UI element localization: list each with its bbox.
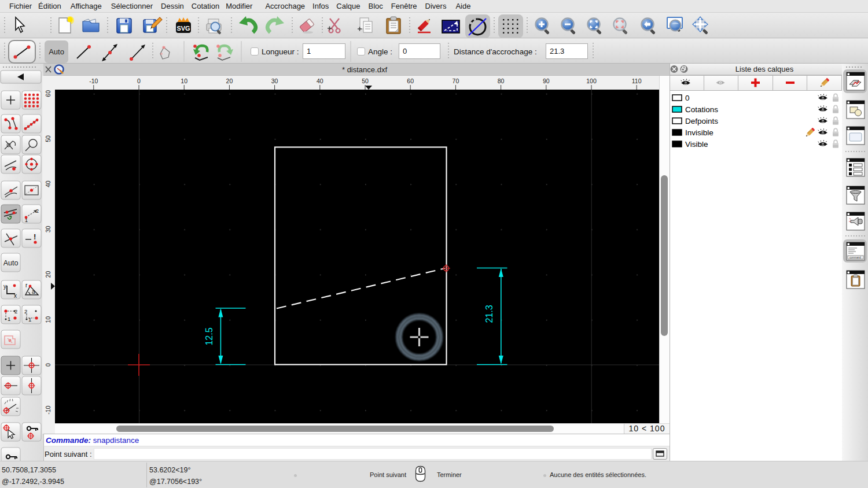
svg-text:12.5: 12.5 xyxy=(204,327,214,345)
svg-text:Defpoints: Defpoints xyxy=(685,117,718,125)
svg-text:Cotations: Cotations xyxy=(685,105,718,114)
svg-text:60: 60 xyxy=(45,90,52,97)
svg-text:30: 30 xyxy=(271,77,278,84)
svg-text:y: y xyxy=(3,283,6,290)
svg-text:0: 0 xyxy=(685,94,690,102)
svg-text:0: 0 xyxy=(137,77,141,84)
svg-text:10: 10 xyxy=(181,77,187,84)
svg-text:!: ! xyxy=(34,232,36,241)
svg-text:40: 40 xyxy=(45,180,52,187)
svg-text:21.3: 21.3 xyxy=(484,305,494,323)
svg-text:50: 50 xyxy=(362,77,369,84)
svg-text:30: 30 xyxy=(45,225,52,232)
svg-text:90: 90 xyxy=(543,77,550,84)
svg-text:50: 50 xyxy=(45,135,52,142)
svg-text:Visible: Visible xyxy=(685,140,708,149)
svg-text:-10: -10 xyxy=(45,405,52,414)
svg-text:Auto: Auto xyxy=(3,259,19,267)
svg-text:Auto: Auto xyxy=(49,47,64,56)
svg-text:1: 1 xyxy=(25,217,28,223)
svg-text:1: 1 xyxy=(28,316,31,323)
svg-text:2: 2 xyxy=(24,308,27,315)
svg-text:Invisible: Invisible xyxy=(685,128,713,137)
svg-text:1: 1 xyxy=(8,316,10,322)
svg-text:60: 60 xyxy=(407,77,414,84)
svg-text:40: 40 xyxy=(317,77,323,84)
svg-text:0: 0 xyxy=(45,363,52,367)
svg-text:x: x xyxy=(14,293,17,299)
svg-text:10: 10 xyxy=(45,316,52,323)
svg-text:80: 80 xyxy=(498,77,505,84)
svg-text:70: 70 xyxy=(453,77,459,84)
svg-text:a: a xyxy=(32,289,35,295)
svg-text:110: 110 xyxy=(632,77,642,84)
svg-text:20: 20 xyxy=(226,77,233,84)
svg-text:20: 20 xyxy=(45,271,52,278)
svg-text:2: 2 xyxy=(36,208,39,214)
svg-text:-10: -10 xyxy=(89,77,98,84)
svg-text:100: 100 xyxy=(586,77,597,84)
svg-text:command: command xyxy=(849,256,861,259)
